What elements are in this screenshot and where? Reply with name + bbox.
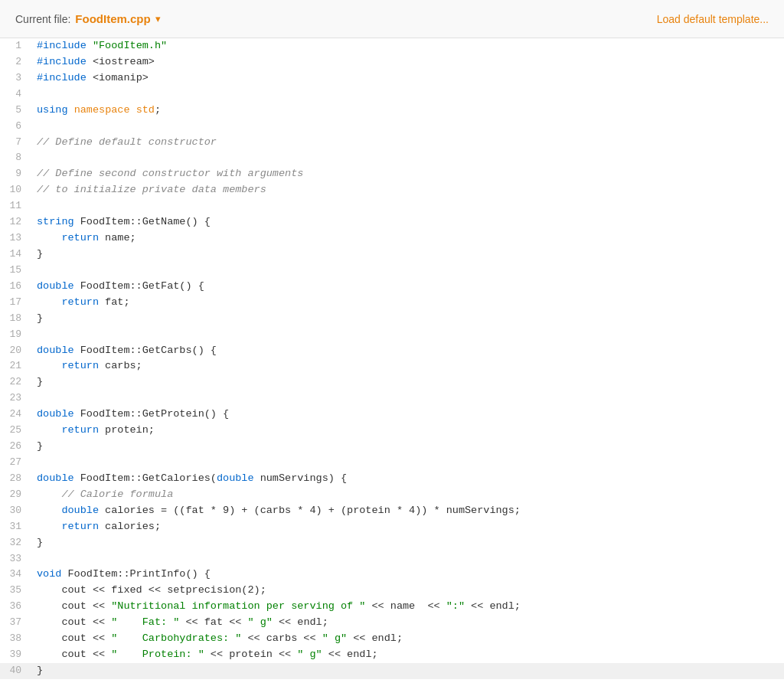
code-token: return: [61, 424, 99, 436]
code-token: name;: [99, 232, 136, 243]
code-token: [130, 104, 136, 116]
table-row: 36 cout << "Nutritional information per …: [0, 599, 784, 615]
code-token: cout << fixed << setprecision(2);: [37, 584, 266, 596]
line-number: 24: [0, 407, 29, 423]
filename-dropdown[interactable]: ▾: [155, 13, 161, 25]
line-number: 15: [0, 263, 29, 279]
code-token: }: [37, 248, 43, 260]
code-token: calories = ((fat * 9) + (carbs * 4) + (p…: [99, 505, 521, 516]
line-code: }: [29, 374, 784, 391]
code-token: }: [37, 376, 43, 387]
code-token: " g": [322, 632, 347, 644]
code-token: " g": [297, 649, 322, 660]
line-number: 34: [0, 567, 29, 583]
table-row: 38 cout << " Carbohydrates: " << carbs <…: [0, 631, 784, 647]
code-token: " Protein: ": [111, 649, 204, 660]
line-code: [29, 263, 784, 279]
line-number: 30: [0, 503, 29, 519]
code-token: // Calorie formula: [61, 489, 173, 500]
line-code: double FoodItem::GetCarbs() {: [29, 343, 784, 359]
line-code: double FoodItem::GetProtein() {: [29, 407, 784, 423]
code-editor[interactable]: 1#include "FoodItem.h"2#include <iostrea…: [0, 38, 784, 683]
code-token: [37, 489, 61, 500]
table-row: 1#include "FoodItem.h": [0, 38, 784, 54]
line-code: [29, 150, 784, 166]
code-token: << endl;: [465, 600, 521, 612]
code-token: [37, 505, 61, 516]
line-number: 19: [0, 327, 29, 343]
code-token: <iostream>: [93, 56, 155, 67]
code-token: carbs;: [99, 360, 142, 371]
current-file-label: Current file:: [15, 13, 70, 25]
code-token: return: [61, 232, 99, 243]
table-row: 24double FoodItem::GetProtein() {: [0, 407, 784, 423]
line-number: 38: [0, 631, 29, 647]
code-token: // Define second constructor with argume…: [37, 168, 303, 179]
code-token: " Carbohydrates: ": [111, 632, 241, 644]
table-row: 2#include <iostream>: [0, 54, 784, 70]
code-token: FoodItem::GetProtein() {: [74, 408, 230, 420]
app-container: Current file: FoodItem.cpp ▾ Load defaul…: [0, 0, 784, 683]
code-token: double: [37, 345, 74, 356]
line-code: void FoodItem::PrintInfo() {: [29, 567, 784, 583]
line-number: 20: [0, 343, 29, 359]
code-token: ":": [446, 600, 465, 612]
line-number: 4: [0, 87, 29, 103]
code-token: << protein <<: [204, 649, 298, 660]
line-number: 6: [0, 119, 29, 135]
code-token: FoodItem::GetCalories(: [74, 472, 217, 484]
line-number: 27: [0, 455, 29, 471]
line-number: 8: [0, 150, 29, 166]
table-row: 16double FoodItem::GetFat() {: [0, 279, 784, 295]
table-row: 7// Define default constructor: [0, 135, 784, 151]
line-code: return protein;: [29, 423, 784, 439]
code-token: << endl;: [347, 632, 403, 644]
code-token: cout <<: [37, 632, 111, 644]
line-number: 9: [0, 166, 29, 182]
line-code: cout << fixed << setprecision(2);: [29, 583, 784, 599]
line-code: using namespace std;: [29, 103, 784, 119]
code-token: << fat <<: [179, 616, 247, 628]
load-default-template-button[interactable]: Load default template...: [657, 13, 769, 25]
code-token: FoodItem::GetFat() {: [74, 280, 204, 292]
table-row: 29 // Calorie formula: [0, 487, 784, 503]
table-row: 26}: [0, 439, 784, 455]
line-code: }: [29, 663, 784, 679]
code-token: #include: [37, 56, 87, 67]
code-token: [87, 40, 93, 51]
line-code: // Define second constructor with argume…: [29, 166, 784, 182]
table-row: 3#include <iomanip>: [0, 70, 784, 87]
code-token: // to initialize private data members: [37, 184, 266, 195]
line-code: }: [29, 311, 784, 327]
line-number: 26: [0, 439, 29, 455]
line-code: [29, 455, 784, 471]
code-token: << endl;: [322, 649, 378, 660]
table-row: 39 cout << " Protein: " << protein << " …: [0, 647, 784, 663]
code-token: }: [37, 537, 43, 548]
table-row: 9// Define second constructor with argum…: [0, 166, 784, 182]
code-token: cout <<: [37, 600, 111, 612]
line-number: 12: [0, 214, 29, 230]
table-row: 35 cout << fixed << setprecision(2);: [0, 583, 784, 599]
code-token: <iomanip>: [93, 72, 149, 83]
table-row: 5using namespace std;: [0, 103, 784, 119]
table-row: 15: [0, 263, 784, 279]
line-code: return carbs;: [29, 358, 784, 374]
line-code: // Calorie formula: [29, 487, 784, 503]
code-token: FoodItem::GetName() {: [74, 216, 211, 227]
code-token: "Nutritional information per serving of …: [111, 600, 365, 612]
code-token: fat;: [99, 296, 130, 308]
line-number: 32: [0, 535, 29, 551]
line-number: 25: [0, 423, 29, 439]
table-row: 32}: [0, 535, 784, 551]
line-number: 33: [0, 551, 29, 567]
code-token: << name <<: [365, 600, 446, 612]
line-code: cout << " Fat: " << fat << " g" << endl;: [29, 615, 784, 631]
line-number: 14: [0, 247, 29, 263]
line-number: 36: [0, 599, 29, 615]
table-row: 28double FoodItem::GetCalories(double nu…: [0, 471, 784, 487]
line-number: 16: [0, 279, 29, 295]
code-token: cout <<: [37, 649, 111, 660]
code-token: calories;: [99, 521, 161, 532]
code-token: << carbs <<: [241, 632, 322, 644]
